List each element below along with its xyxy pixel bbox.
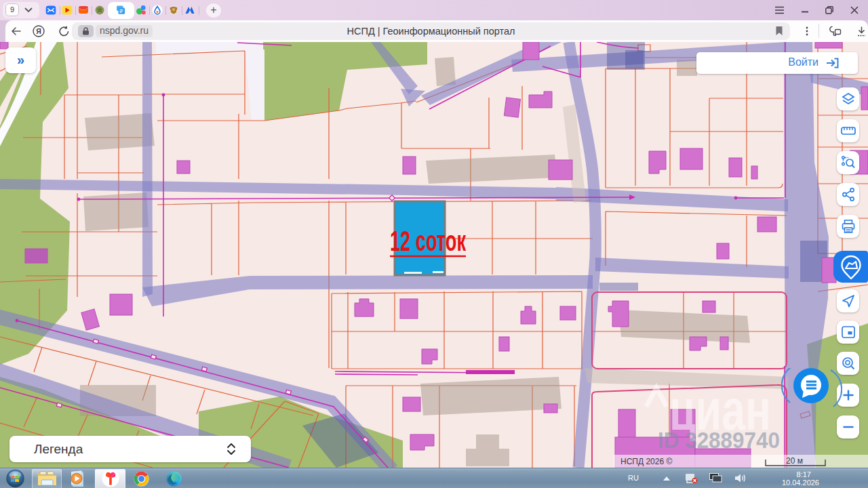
svg-text:Я: Я bbox=[36, 27, 41, 35]
svg-text:ID 32889740: ID 32889740 bbox=[658, 427, 780, 453]
svg-text:12 соток: 12 соток bbox=[390, 225, 467, 257]
